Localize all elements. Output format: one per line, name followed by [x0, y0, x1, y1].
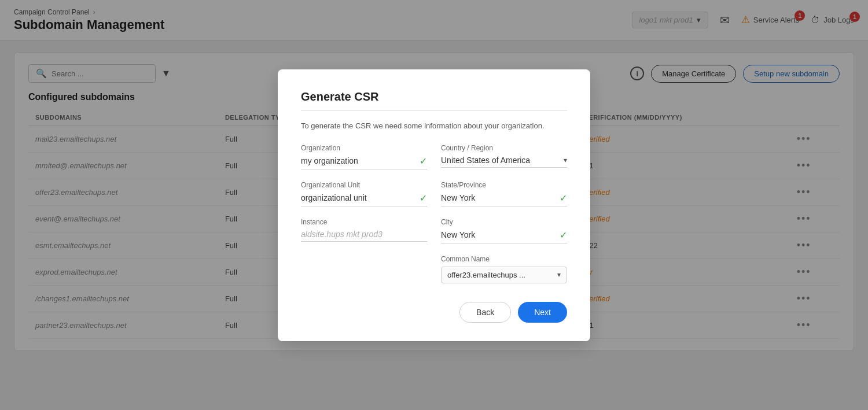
back-button[interactable]: Back: [459, 302, 511, 323]
city-label: City: [441, 218, 567, 226]
organization-check-icon: ✓: [420, 156, 427, 167]
city-input-wrap: ✓: [441, 230, 567, 243]
instance-group: Instance: [301, 218, 427, 243]
generate-csr-modal: Generate CSR To generate the CSR we need…: [278, 69, 590, 341]
org-unit-input[interactable]: [301, 193, 416, 202]
org-unit-label: Organizational Unit: [301, 181, 427, 189]
country-group: Country / Region United States of Americ…: [441, 144, 567, 169]
common-name-group: Common Name offer23.emailtechups ... ▾: [441, 255, 567, 283]
instance-input-wrap: [301, 230, 427, 242]
city-group: City ✓: [441, 218, 567, 243]
state-input[interactable]: [441, 193, 556, 202]
csr-form: Organization ✓ Country / Region United S…: [301, 144, 567, 283]
state-check-icon: ✓: [560, 193, 567, 204]
instance-input[interactable]: [301, 230, 427, 239]
instance-label: Instance: [301, 218, 427, 226]
organization-input[interactable]: [301, 156, 416, 165]
city-input[interactable]: [441, 230, 556, 239]
modal-overlay[interactable]: Generate CSR To generate the CSR we need…: [0, 0, 868, 363]
organization-label: Organization: [301, 144, 427, 152]
common-name-chevron-icon: ▾: [557, 271, 561, 279]
next-button[interactable]: Next: [518, 302, 567, 323]
state-label: State/Province: [441, 181, 567, 189]
organization-group: Organization ✓: [301, 144, 427, 169]
common-name-select[interactable]: offer23.emailtechups ...: [447, 271, 554, 279]
common-name-label: Common Name: [441, 255, 567, 263]
org-unit-input-wrap: ✓: [301, 193, 427, 206]
modal-actions: Back Next: [301, 302, 567, 323]
city-check-icon: ✓: [560, 230, 567, 241]
country-label: Country / Region: [441, 144, 567, 152]
modal-title: Generate CSR: [301, 90, 567, 104]
organization-input-wrap: ✓: [301, 156, 427, 169]
country-select-wrap[interactable]: United States of America ▾: [441, 156, 567, 168]
modal-subtitle: To generate the CSR we need some informa…: [301, 121, 567, 130]
country-chevron-icon: ▾: [564, 156, 567, 164]
country-select[interactable]: United States of America: [441, 156, 560, 165]
org-unit-group: Organizational Unit ✓: [301, 181, 427, 206]
state-group: State/Province ✓: [441, 181, 567, 206]
state-input-wrap: ✓: [441, 193, 567, 206]
modal-divider: [301, 110, 567, 111]
org-unit-check-icon: ✓: [420, 193, 427, 204]
common-name-select-wrap[interactable]: offer23.emailtechups ... ▾: [441, 267, 567, 283]
